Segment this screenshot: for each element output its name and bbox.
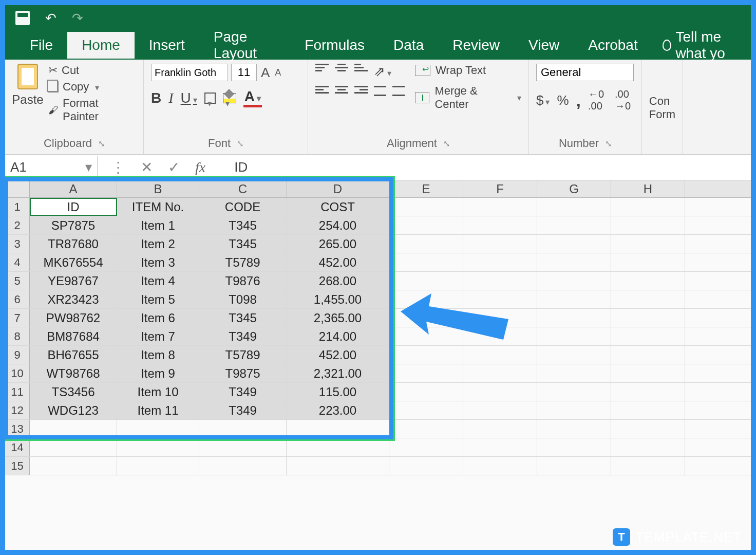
cell[interactable] — [611, 272, 685, 290]
cell[interactable] — [199, 457, 287, 475]
cell[interactable] — [389, 438, 463, 456]
cell[interactable] — [463, 198, 537, 216]
cell[interactable] — [537, 457, 611, 475]
cell[interactable] — [117, 438, 199, 456]
cell[interactable] — [389, 198, 463, 216]
number-format-select[interactable] — [536, 64, 634, 81]
cell[interactable] — [537, 216, 611, 234]
cell[interactable]: 452.00 — [287, 346, 389, 364]
fill-color-button[interactable] — [223, 93, 236, 103]
percent-button[interactable]: % — [557, 92, 569, 108]
cell[interactable]: Item 1 — [117, 216, 199, 234]
cell[interactable] — [611, 401, 685, 419]
increase-decimal-button[interactable]: ←0 .00 — [588, 88, 608, 112]
wrap-text-button[interactable]: Wrap Text — [415, 64, 521, 77]
cell[interactable]: 2,321.00 — [287, 364, 389, 382]
cell[interactable]: T349 — [199, 401, 287, 419]
row-header[interactable]: 9 — [5, 346, 30, 364]
column-header[interactable]: G — [537, 180, 611, 197]
cell[interactable] — [287, 438, 389, 456]
cell[interactable]: Item 5 — [117, 290, 199, 308]
fx-icon[interactable]: fx — [195, 159, 205, 176]
cell[interactable] — [463, 364, 537, 382]
cell[interactable]: T098 — [199, 290, 287, 308]
row-header[interactable]: 1 — [5, 198, 30, 216]
cell[interactable] — [463, 420, 537, 438]
cell[interactable] — [389, 420, 463, 438]
cell[interactable]: T345 — [199, 216, 287, 234]
cell[interactable] — [537, 290, 611, 308]
align-center-button[interactable] — [335, 86, 348, 96]
row-header[interactable]: 15 — [5, 457, 30, 475]
column-header[interactable]: A — [30, 180, 117, 197]
cell[interactable]: MK676554 — [30, 253, 117, 271]
cell[interactable] — [30, 457, 117, 475]
cell[interactable] — [389, 235, 463, 253]
cell[interactable] — [287, 457, 389, 475]
cell[interactable]: CODE — [199, 198, 287, 216]
cell[interactable]: Item 6 — [117, 309, 199, 327]
cell[interactable]: T9875 — [199, 364, 287, 382]
cell[interactable] — [389, 401, 463, 419]
cell[interactable] — [611, 216, 685, 234]
decrease-font-icon[interactable]: A — [274, 67, 282, 78]
cell[interactable] — [287, 420, 389, 438]
cell[interactable]: Item 9 — [117, 364, 199, 382]
column-header[interactable]: E — [389, 180, 463, 197]
cell[interactable]: 265.00 — [287, 235, 389, 253]
column-header[interactable]: B — [117, 180, 199, 197]
cell[interactable] — [463, 272, 537, 290]
comma-style-button[interactable]: , — [576, 90, 581, 110]
borders-button[interactable] — [204, 92, 216, 104]
cell[interactable] — [537, 309, 611, 327]
cell[interactable] — [611, 420, 685, 438]
cell[interactable]: ITEM No. — [117, 198, 199, 216]
align-bottom-button[interactable] — [354, 64, 368, 80]
font-name-input[interactable] — [151, 64, 228, 81]
increase-indent-button[interactable] — [392, 86, 405, 96]
cell[interactable] — [537, 420, 611, 438]
italic-button[interactable]: I — [168, 90, 173, 106]
cell[interactable] — [537, 327, 611, 345]
cell[interactable] — [463, 457, 537, 475]
cell[interactable]: T9876 — [199, 272, 287, 290]
cell[interactable] — [611, 253, 685, 271]
cell[interactable]: T349 — [199, 327, 287, 345]
cell[interactable] — [537, 438, 611, 456]
row-header[interactable]: 2 — [5, 216, 30, 234]
cell[interactable] — [30, 420, 117, 438]
column-header[interactable]: F — [463, 180, 537, 197]
cell[interactable]: WDG123 — [30, 401, 117, 419]
cancel-formula-icon[interactable]: ✕ — [141, 159, 153, 176]
row-header[interactable]: 6 — [5, 290, 30, 308]
row-header[interactable]: 7 — [5, 309, 30, 327]
cell[interactable] — [611, 457, 685, 475]
cell[interactable] — [463, 216, 537, 234]
increase-font-icon[interactable]: A — [260, 65, 271, 81]
cell[interactable]: BH67655 — [30, 346, 117, 364]
cell[interactable]: Item 11 — [117, 401, 199, 419]
dialog-launcher-icon[interactable]: ⤡ — [443, 139, 450, 149]
cell[interactable]: 223.00 — [287, 401, 389, 419]
font-size-input[interactable] — [231, 64, 257, 81]
enter-formula-icon[interactable]: ✓ — [168, 159, 180, 176]
conditional-formatting-partial[interactable]: Con — [649, 95, 670, 107]
cell[interactable]: COST — [287, 198, 389, 216]
align-middle-button[interactable] — [335, 64, 348, 80]
cell[interactable]: TR87680 — [30, 235, 117, 253]
dialog-launcher-icon[interactable]: ⤡ — [237, 139, 243, 149]
align-left-button[interactable] — [315, 86, 329, 96]
column-header[interactable]: D — [287, 180, 389, 197]
dialog-launcher-icon[interactable]: ⤡ — [98, 139, 105, 149]
cell[interactable]: 214.00 — [287, 327, 389, 345]
row-header[interactable]: 4 — [5, 253, 30, 271]
cell[interactable]: Item 7 — [117, 327, 199, 345]
copy-button[interactable]: Copy — [48, 80, 136, 94]
cell[interactable] — [389, 253, 463, 271]
tab-file[interactable]: File — [15, 32, 67, 59]
cell[interactable] — [199, 438, 287, 456]
cell[interactable] — [537, 364, 611, 382]
row-header[interactable]: 13 — [5, 420, 30, 438]
paste-button[interactable]: Paste — [12, 64, 43, 123]
cell[interactable]: BM87684 — [30, 327, 117, 345]
